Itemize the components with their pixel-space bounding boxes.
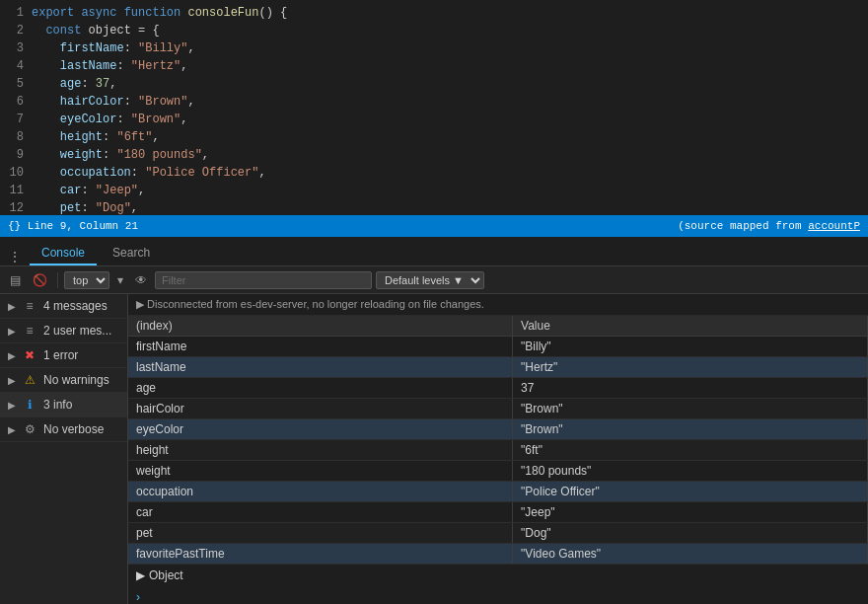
table-row[interactable]: weight"180 pounds" [128,461,868,482]
menu-icon[interactable]: ⋮ [8,249,22,265]
message-item-label: 3 info [43,398,72,412]
code-editor: 1234567891011121314151617 export async f… [0,0,868,215]
table-cell-index: weight [128,461,513,482]
line-number: 9 [8,146,24,164]
sidebar-toggle-button[interactable]: ▤ [6,271,25,289]
grid-icon: ≡ [22,299,37,313]
table-cell-index: pet [128,523,513,544]
code-line: const object = { [32,22,868,39]
devtools-panel: ⋮ Console Search ▤ 🚫 top ▾ 👁 Default lev… [0,237,868,604]
code-line: lastName: "Hertz", [32,57,868,75]
status-right: (source mapped from accountP [678,220,860,232]
table-cell-value: "Video Games" [513,544,868,565]
console-main: ▶ Disconnected from es-dev-server, no lo… [128,294,868,604]
table-cell-value: "Brown" [513,399,868,419]
code-line: height: "6ft", [32,128,868,146]
clear-button[interactable]: 🚫 [29,271,51,289]
clear-icon: 🚫 [33,273,47,287]
verbose-icon: ⚙ [22,422,37,436]
table-cell-index: hairColor [128,399,513,419]
code-line: firstName: "Billy", [32,39,868,57]
table-cell-index: firstName [128,337,513,357]
info-icon: ℹ [22,398,37,412]
table-cell-index: height [128,440,513,461]
chevron-icon: ▶ [8,350,16,361]
chevron-icon: ▶ [8,424,16,435]
table-row[interactable]: lastName"Hertz" [128,357,868,378]
line-number: 10 [8,164,24,182]
error-icon: ✖ [22,348,37,362]
table-row[interactable]: age37 [128,378,868,399]
code-line: pet: "Dog", [32,199,868,215]
dropdown-arrow-button[interactable]: ▾ [113,271,127,289]
message-item-label: 4 messages [43,299,108,313]
message-item-label: No warnings [43,373,109,387]
sidebar-toggle-icon: ▤ [10,273,21,287]
eye-button[interactable]: 👁 [131,271,151,289]
sidebar-message-item[interactable]: ▶⚙No verbose [0,417,127,442]
disconnect-message: ▶ Disconnected from es-dev-server, no lo… [128,294,868,316]
table-cell-value: "Dog" [513,523,868,544]
table-cell-index: favoritePastTime [128,544,513,565]
code-line: occupation: "Police Officer", [32,164,868,182]
object-expand-row[interactable]: ▶ Object [128,565,868,586]
table-row[interactable]: car"Jeep" [128,502,868,523]
tab-console[interactable]: Console [30,242,97,265]
table-cell-index: eyeColor [128,419,513,440]
tab-search[interactable]: Search [101,242,162,265]
console-body: ▶≡4 messages▶≡2 user mes...▶✖1 error▶⚠No… [0,294,868,604]
status-bar: {} Line 9, Column 21 (source mapped from… [0,215,868,237]
table-row[interactable]: occupation"Police Officer" [128,482,868,502]
line-number: 11 [8,182,24,199]
table-cell-value: "180 pounds" [513,461,868,482]
line-number: 3 [8,39,24,57]
level-select[interactable]: Default levels ▼ [376,271,484,289]
table-cell-index: occupation [128,482,513,502]
sidebar-message-item[interactable]: ▶≡4 messages [0,294,127,319]
sidebar-message-item[interactable]: ▶✖1 error [0,343,127,368]
table-row[interactable]: eyeColor"Brown" [128,419,868,440]
line-number: 12 [8,199,24,215]
status-left: {} Line 9, Column 21 [8,220,138,232]
message-item-label: 1 error [43,348,78,362]
code-line: hairColor: "Brown", [32,93,868,111]
table-row[interactable]: favoritePastTime"Video Games" [128,544,868,565]
table-row[interactable]: height"6ft" [128,440,868,461]
table-cell-value: "Billy" [513,337,868,357]
filter-input[interactable] [155,271,372,289]
table-row[interactable]: pet"Dog" [128,523,868,544]
source-map-link[interactable]: accountP [808,220,860,232]
chevron-icon: ▶ [8,301,16,312]
message-item-label: 2 user mes... [43,324,111,338]
table-row[interactable]: hairColor"Brown" [128,399,868,419]
code-content: export async function consoleFun() { con… [32,0,868,215]
sidebar-message-item[interactable]: ▶ℹ3 info [0,393,127,417]
table-header-row: (index) Value [128,316,868,337]
code-line: export async function consoleFun() { [32,4,868,22]
table-cell-value: "Brown" [513,419,868,440]
console-cursor[interactable]: › [128,586,868,604]
table-cell-value: "Police Officer" [513,482,868,502]
col-index: (index) [128,316,513,337]
object-chevron-icon: ▶ [136,568,145,582]
disconnect-text: Disconnected from es-dev-server, no long… [147,298,484,310]
line-number: 6 [8,93,24,111]
message-sidebar: ▶≡4 messages▶≡2 user mes...▶✖1 error▶⚠No… [0,294,128,604]
sidebar-message-item[interactable]: ▶⚠No warnings [0,368,127,393]
eye-icon: 👁 [135,273,147,287]
object-label: Object [149,568,183,582]
line-number: 4 [8,57,24,75]
code-line: weight: "180 pounds", [32,146,868,164]
tabs-bar: ⋮ Console Search [0,237,868,266]
line-number: 1 [8,4,24,22]
table-row[interactable]: firstName"Billy" [128,337,868,357]
code-line: eyeColor: "Brown", [32,111,868,128]
context-select[interactable]: top [64,271,109,289]
code-line: age: 37, [32,75,868,93]
table-cell-index: lastName [128,357,513,378]
chevron-icon: ▶ [8,326,16,337]
chevron-icon: ▶ [8,375,16,386]
warning-icon: ⚠ [22,373,37,387]
table-cell-value: 37 [513,378,868,399]
sidebar-message-item[interactable]: ▶≡2 user mes... [0,319,127,343]
